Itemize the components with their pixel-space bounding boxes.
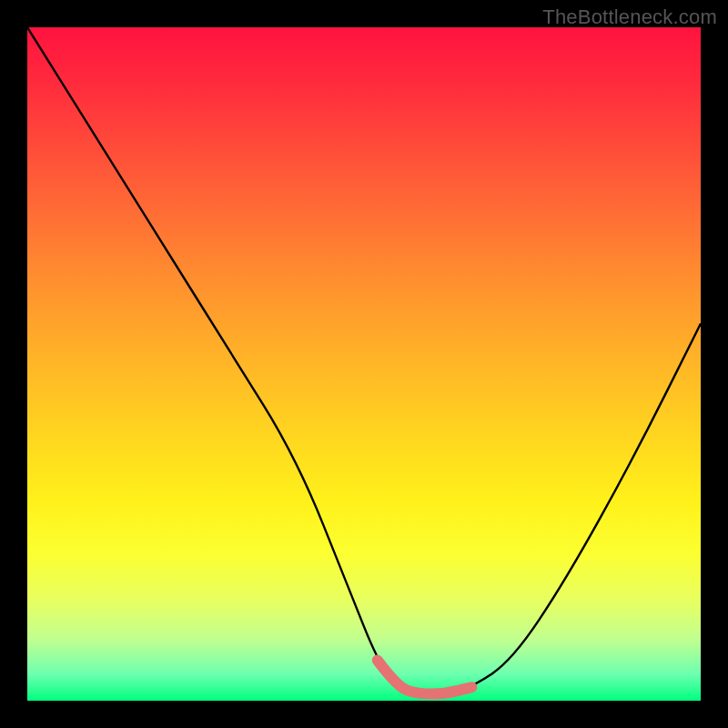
curve-layer [27, 27, 701, 701]
bottleneck-curve [27, 27, 701, 694]
chart-container: TheBottleneck.com [0, 0, 728, 728]
plot-area [27, 27, 701, 701]
highlight-segment [378, 661, 472, 694]
watermark-text: TheBottleneck.com [542, 5, 717, 29]
